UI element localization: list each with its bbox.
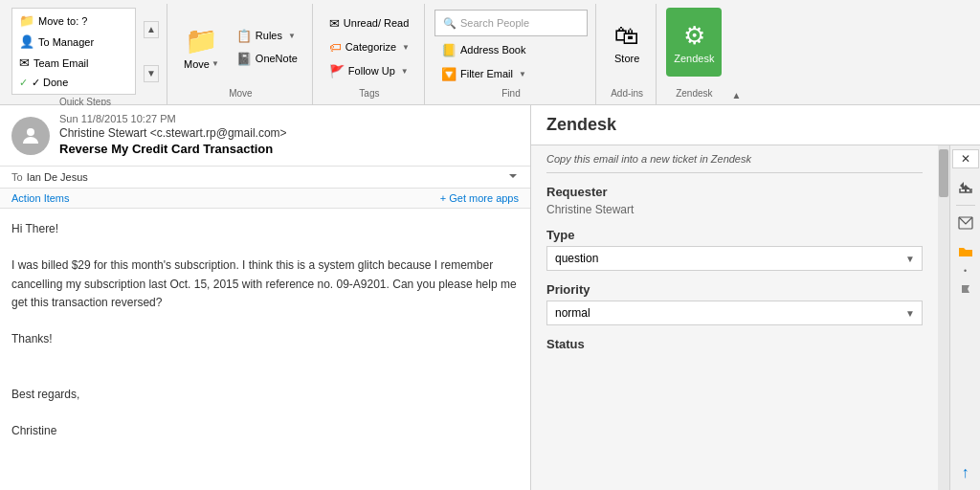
rules-dropdown-arrow: ▼ bbox=[288, 32, 296, 40]
address-book-button[interactable]: 📒 Address Book bbox=[434, 39, 588, 60]
email-icon: ✉ bbox=[19, 56, 30, 70]
quick-step-move-to[interactable]: 📁 Move to: ? bbox=[14, 11, 133, 31]
zendesk-scrollbar[interactable] bbox=[938, 145, 949, 490]
move-folder-icon: 📁 bbox=[185, 25, 218, 56]
store-icon: 🛍 bbox=[614, 21, 639, 51]
categorize-button[interactable]: 🏷 Categorize ▼ bbox=[323, 36, 416, 57]
unread-icon: ✉ bbox=[329, 16, 340, 31]
store-button[interactable]: 🛍 Store bbox=[606, 8, 648, 77]
email-icon-button[interactable] bbox=[952, 210, 979, 236]
ribbon-collapse-handle[interactable]: ▲ bbox=[731, 4, 746, 104]
requester-value: Christine Stewart bbox=[546, 203, 923, 216]
quick-step-to-manager[interactable]: 👤 To Manager bbox=[14, 32, 133, 52]
move-button[interactable]: 📁 Move ▼ bbox=[177, 12, 226, 81]
flag-icon-button[interactable] bbox=[952, 278, 979, 304]
addins-group: 🛍 Store Add-ins bbox=[598, 4, 657, 104]
action-items-bar: Action Items + Get more apps bbox=[0, 189, 530, 209]
email-pane: Sun 11/8/2015 10:27 PM Christine Stewart… bbox=[0, 105, 531, 490]
quick-steps-collapse[interactable]: ▼ bbox=[144, 65, 159, 82]
email-meta: Sun 11/8/2015 10:27 PM Christine Stewart… bbox=[59, 113, 519, 158]
zendesk-button[interactable]: ⚙ Zendesk bbox=[666, 8, 722, 77]
categorize-dropdown-arrow: ▼ bbox=[402, 43, 410, 52]
zendesk-scroll-thumb bbox=[939, 149, 948, 197]
filter-icon: 🔽 bbox=[441, 67, 457, 81]
scroll-up-button[interactable]: ↑ bbox=[952, 459, 979, 486]
rules-button[interactable]: 📋 Rules ▼ bbox=[230, 25, 304, 46]
find-group: 🔍 Search People 📒 Address Book 🔽 Filter … bbox=[427, 4, 596, 104]
categorize-icon: 🏷 bbox=[329, 40, 342, 55]
email-to-row: To Ian De Jesus bbox=[0, 167, 530, 189]
onenote-icon: 📓 bbox=[236, 52, 252, 66]
right-sidebar: ✕ bbox=[949, 145, 980, 490]
address-book-icon: 📒 bbox=[441, 43, 457, 57]
search-icon: 🔍 bbox=[443, 17, 457, 30]
zendesk-panel-header: Zendesk bbox=[531, 105, 980, 145]
filter-email-button[interactable]: 🔽 Filter Email ▼ bbox=[434, 63, 588, 84]
priority-label: Priority bbox=[546, 282, 923, 297]
email-date: Sun 11/8/2015 10:27 PM bbox=[59, 113, 519, 124]
email-subject: Reverse My Credit Card Transaction bbox=[59, 142, 519, 156]
svg-point-0 bbox=[27, 128, 34, 136]
to-recipient: Ian De Jesus bbox=[27, 171, 88, 183]
quick-step-done[interactable]: ✓ ✓ Done bbox=[14, 74, 133, 92]
onenote-button[interactable]: 📓 OneNote bbox=[230, 48, 304, 69]
main-area: Sun 11/8/2015 10:27 PM Christine Stewart… bbox=[0, 105, 980, 490]
zendesk-icon: ⚙ bbox=[683, 21, 705, 51]
copy-text: Copy this email into a new ticket in Zen… bbox=[546, 145, 923, 173]
close-panel-button[interactable]: ✕ bbox=[952, 149, 979, 168]
tags-group: ✉ Unread/ Read 🏷 Categorize ▼ 🚩 Follow U… bbox=[315, 4, 425, 104]
type-select-wrapper: question incident problem task ▼ bbox=[546, 246, 923, 271]
rules-icon: 📋 bbox=[236, 29, 252, 43]
follow-up-button[interactable]: 🚩 Follow Up ▼ bbox=[323, 60, 416, 81]
followup-icon: 🚩 bbox=[329, 64, 345, 78]
move-dropdown-arrow: ▼ bbox=[212, 59, 219, 68]
move-group: 📁 Move ▼ 📋 Rules ▼ 📓 OneNote Move bbox=[169, 4, 313, 104]
zendesk-content: Copy this email into a new ticket in Zen… bbox=[531, 145, 938, 490]
email-header: Sun 11/8/2015 10:27 PM Christine Stewart… bbox=[0, 105, 530, 167]
ribbon: 📁 Move to: ? 👤 To Manager ✉ Team Email ✓… bbox=[0, 0, 980, 105]
email-collapse-button[interactable] bbox=[507, 170, 519, 184]
zendesk-group: ⚙ Zendesk Zendesk bbox=[658, 4, 729, 104]
quick-steps-group: 📁 Move to: ? 👤 To Manager ✉ Team Email ✓… bbox=[4, 4, 167, 104]
status-label: Status bbox=[546, 337, 923, 351]
to-label: To bbox=[11, 171, 23, 183]
zendesk-panel: Zendesk Copy this email into a new ticke… bbox=[531, 105, 980, 490]
email-body: Hi There! I was billed $29 for this mont… bbox=[0, 209, 530, 490]
quick-step-team-email[interactable]: ✉ Team Email bbox=[14, 53, 133, 73]
requester-label: Requester bbox=[546, 185, 923, 199]
folder-icon: 📁 bbox=[19, 13, 34, 28]
avatar bbox=[11, 117, 50, 155]
quick-steps-box: 📁 Move to: ? 👤 To Manager ✉ Team Email ✓… bbox=[11, 8, 136, 95]
person-icon: 👤 bbox=[19, 34, 34, 49]
folder-icon-button[interactable] bbox=[952, 238, 979, 265]
priority-select[interactable]: normal low high urgent bbox=[546, 301, 923, 325]
type-label: Type bbox=[546, 228, 923, 242]
type-select[interactable]: question incident problem task bbox=[546, 246, 923, 271]
search-people-input[interactable]: 🔍 Search People bbox=[434, 10, 588, 36]
quick-steps-expand[interactable]: ▲ bbox=[144, 21, 159, 38]
filter-dropdown-arrow: ▼ bbox=[519, 70, 526, 78]
action-items-label[interactable]: Action Items bbox=[11, 192, 70, 204]
priority-select-wrapper: normal low high urgent ▼ bbox=[546, 301, 923, 325]
followup-dropdown-arrow: ▼ bbox=[401, 67, 409, 76]
folder-dot-label: • bbox=[964, 267, 967, 276]
email-from: Christine Stewart <c.stewart.rp@gmail.co… bbox=[59, 126, 519, 140]
unread-read-button[interactable]: ✉ Unread/ Read bbox=[323, 12, 416, 33]
sidebar-divider-1 bbox=[956, 205, 975, 206]
get-more-apps-link[interactable]: + Get more apps bbox=[440, 192, 519, 204]
reply-icon-button[interactable] bbox=[952, 174, 979, 201]
check-icon: ✓ bbox=[19, 77, 28, 89]
